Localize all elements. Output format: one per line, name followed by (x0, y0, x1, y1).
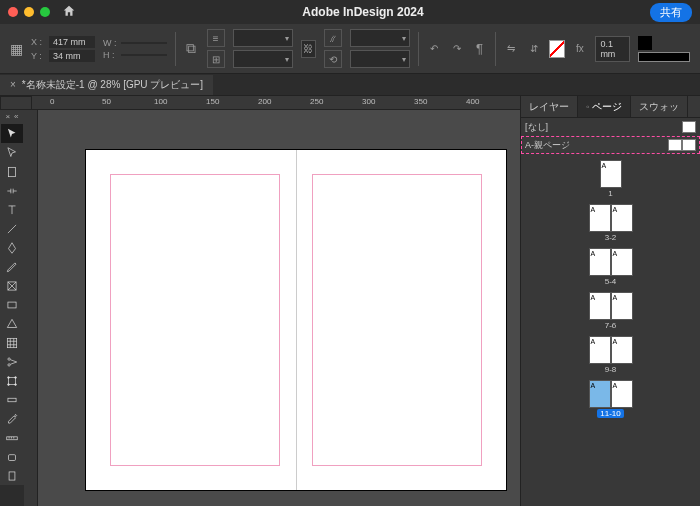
pages-list: A1AA3-2AA5-4AA7-6AA9-8AA11-10 (521, 154, 700, 506)
type-tool[interactable] (1, 200, 23, 219)
pencil-tool[interactable] (1, 257, 23, 276)
page-spread-item[interactable]: AA9-8 (589, 336, 633, 374)
shear-icon[interactable]: ⫽ (324, 29, 342, 47)
svg-rect-15 (9, 471, 15, 479)
share-button[interactable]: 共有 (650, 3, 692, 22)
page-spread-item[interactable]: A1 (600, 160, 622, 198)
page-spread-item[interactable]: AA11-10 (589, 380, 633, 418)
ruler-tick: 50 (102, 97, 111, 106)
page-thumb[interactable]: A (600, 160, 622, 188)
app-title: Adobe InDesign 2024 (76, 5, 650, 19)
scissors-tool[interactable] (1, 352, 23, 371)
master-none-row[interactable]: [なし] (521, 118, 700, 136)
measure-tool[interactable] (1, 428, 23, 447)
x-field[interactable]: 417 mm (49, 36, 95, 48)
line-tool[interactable] (1, 219, 23, 238)
svg-point-9 (15, 376, 17, 378)
dropdown-3[interactable] (350, 29, 410, 47)
gradient-tool[interactable] (1, 390, 23, 409)
ruler-origin[interactable] (0, 96, 32, 110)
w-field[interactable] (121, 42, 167, 44)
page-thumb[interactable]: A (589, 380, 611, 408)
no-link-icon[interactable]: ⧉ (184, 40, 199, 58)
hand-tool[interactable] (1, 447, 23, 466)
horizontal-ruler[interactable]: 050100150200250300350400 (32, 96, 520, 110)
home-icon[interactable] (62, 4, 76, 21)
stroke-weight-field[interactable]: 0.1 mm (595, 36, 630, 62)
tab-layers[interactable]: レイヤー (521, 96, 578, 117)
page-thumb[interactable]: A (589, 292, 611, 320)
page-range-label: 3-2 (605, 233, 617, 242)
align-icon-2[interactable]: ⊞ (207, 50, 225, 68)
rectangle-tool[interactable] (1, 295, 23, 314)
window-minimize[interactable] (24, 7, 34, 17)
gap-tool[interactable] (1, 181, 23, 200)
vertical-ruler[interactable] (24, 110, 38, 506)
svg-marker-3 (7, 319, 16, 327)
tab-swatches[interactable]: スウォッ (631, 96, 688, 117)
fx-icon[interactable]: fx (573, 40, 588, 58)
svg-rect-13 (7, 436, 18, 439)
dropdown-4[interactable] (350, 50, 410, 68)
page-thumb[interactable]: A (611, 204, 633, 232)
close-tab-icon[interactable]: × (10, 79, 16, 90)
flip-v-icon[interactable]: ⇵ (527, 40, 542, 58)
page-thumb[interactable]: A (611, 380, 633, 408)
tint-bar[interactable] (638, 52, 690, 62)
page-thumb[interactable]: A (611, 336, 633, 364)
shape-tool[interactable] (1, 314, 23, 333)
ruler-tick: 250 (310, 97, 323, 106)
left-page-margin (110, 174, 280, 466)
toolbox-collapse-icon[interactable]: « (14, 112, 18, 124)
toolbox-close-icon[interactable]: × (5, 112, 10, 124)
dropdown-1[interactable] (233, 29, 293, 47)
page-thumb[interactable]: A (589, 336, 611, 364)
grid-tool[interactable] (1, 333, 23, 352)
right-page-margin (312, 174, 482, 466)
page-thumb[interactable]: A (611, 292, 633, 320)
w-label: W : (103, 38, 119, 48)
rectangle-frame-tool[interactable] (1, 276, 23, 295)
free-transform-tool[interactable] (1, 371, 23, 390)
paragraph-icon[interactable]: ¶ (472, 40, 487, 58)
ruler-tick: 200 (258, 97, 271, 106)
ruler-tick: 150 (206, 97, 219, 106)
tab-pages[interactable]: ページ (578, 96, 631, 117)
window-maximize[interactable] (40, 7, 50, 17)
direct-selection-tool[interactable] (1, 143, 23, 162)
eyedropper-tool[interactable] (1, 409, 23, 428)
page-thumb[interactable]: A (589, 204, 611, 232)
selection-tool[interactable] (1, 124, 23, 143)
page-spread[interactable] (86, 150, 506, 490)
flip-h-icon[interactable]: ⇋ (504, 40, 519, 58)
page-range-label: 5-4 (605, 277, 617, 286)
align-icon-1[interactable]: ≡ (207, 29, 225, 47)
svg-rect-0 (9, 167, 16, 176)
master-a-row[interactable]: A-親ページ (521, 136, 700, 154)
window-close[interactable] (8, 7, 18, 17)
svg-rect-7 (9, 377, 16, 384)
rotate-icon[interactable]: ⟲ (324, 50, 342, 68)
master-a-label: A-親ページ (525, 139, 570, 152)
stroke-none-icon[interactable] (549, 40, 564, 58)
chain-icon[interactable]: ⛓ (301, 40, 316, 58)
undo-icon[interactable]: ↶ (427, 40, 442, 58)
ruler-tick: 350 (414, 97, 427, 106)
page-thumb[interactable]: A (589, 248, 611, 276)
page-spread-item[interactable]: AA7-6 (589, 292, 633, 330)
page-thumb[interactable]: A (611, 248, 633, 276)
dropdown-2[interactable] (233, 50, 293, 68)
reference-point-icon[interactable]: ▦ (10, 41, 23, 57)
document-canvas[interactable] (38, 110, 520, 506)
document-tab[interactable]: × *名称未設定-1 @ 28% [GPU プレビュー] (0, 75, 213, 95)
h-field[interactable] (121, 54, 167, 56)
page-spread-item[interactable]: AA5-4 (589, 248, 633, 286)
page-tool[interactable] (1, 162, 23, 181)
ruler-tick: 100 (154, 97, 167, 106)
zoom-tool[interactable] (1, 466, 23, 485)
page-spread-item[interactable]: AA3-2 (589, 204, 633, 242)
fill-swatch[interactable] (638, 36, 652, 50)
pen-tool[interactable] (1, 238, 23, 257)
redo-icon[interactable]: ↷ (449, 40, 464, 58)
y-field[interactable]: 34 mm (49, 50, 95, 62)
